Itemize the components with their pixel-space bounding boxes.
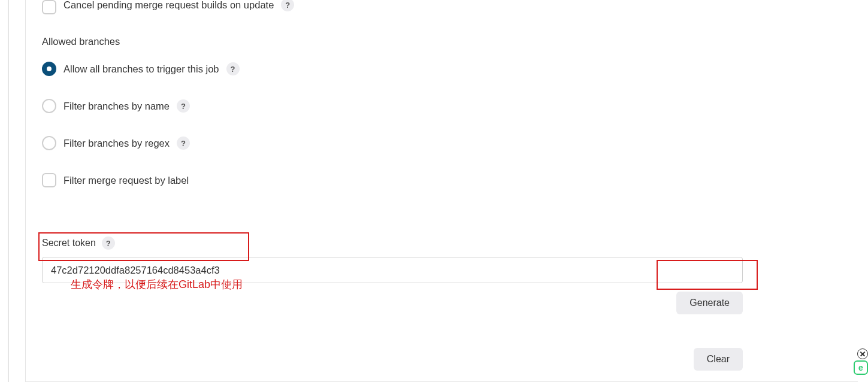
allow-all-label: Allow all branches to trigger this job xyxy=(63,63,219,75)
help-icon[interactable]: ? xyxy=(226,62,240,75)
generate-button[interactable]: Generate xyxy=(676,292,743,314)
allowed-branches-header: Allowed branches xyxy=(42,36,743,47)
annotation-box-generate xyxy=(657,260,758,290)
filter-label-label: Filter merge request by label xyxy=(63,175,189,186)
allow-all-row: Allow all branches to trigger this job ? xyxy=(42,60,743,77)
help-icon[interactable]: ? xyxy=(281,0,294,11)
filter-regex-label: Filter branches by regex xyxy=(63,138,170,149)
cancel-pending-label: Cancel pending merge request builds on u… xyxy=(63,0,274,11)
clear-button[interactable]: Clear xyxy=(694,348,743,371)
filter-name-radio[interactable] xyxy=(42,99,56,113)
filter-label-row: Filter merge request by label xyxy=(42,172,743,189)
filter-name-label: Filter branches by name xyxy=(63,101,170,112)
floating-widget: e xyxy=(852,348,868,375)
filter-regex-radio[interactable] xyxy=(42,136,56,150)
widget-badge[interactable]: e xyxy=(854,360,868,375)
settings-panel: Cancel pending merge request builds on u… xyxy=(42,0,743,371)
annotation-box-token xyxy=(38,232,249,261)
allow-all-radio[interactable] xyxy=(42,62,56,76)
generate-row: Generate xyxy=(42,292,743,314)
help-icon[interactable]: ? xyxy=(177,99,190,113)
scroll-indicator xyxy=(8,0,9,382)
annotation-text: 生成令牌，以便后续在GitLab中使用 xyxy=(71,277,243,292)
filter-label-checkbox[interactable] xyxy=(42,173,56,187)
help-icon[interactable]: ? xyxy=(177,137,190,150)
cancel-pending-row: Cancel pending merge request builds on u… xyxy=(42,0,743,16)
filter-name-row: Filter branches by name ? xyxy=(42,98,743,114)
allowed-branches-group: Allow all branches to trigger this job ?… xyxy=(42,60,743,189)
clear-row: Clear xyxy=(42,348,743,371)
close-icon[interactable] xyxy=(857,348,868,359)
filter-regex-row: Filter branches by regex ? xyxy=(42,135,743,151)
cancel-pending-checkbox[interactable] xyxy=(42,0,56,14)
